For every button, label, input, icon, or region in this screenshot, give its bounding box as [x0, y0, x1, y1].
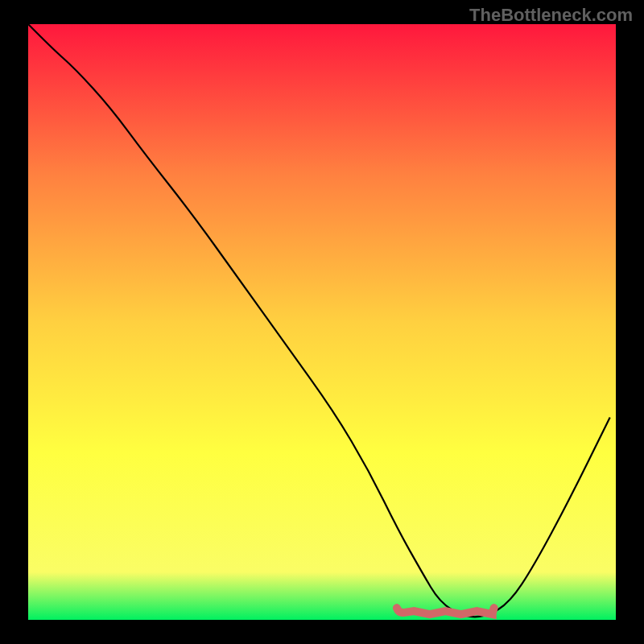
plot-area — [28, 24, 616, 620]
chart-container: TheBottleneck.com — [0, 0, 644, 644]
flat-region-marker — [397, 608, 494, 614]
gradient-background — [28, 24, 616, 620]
watermark-text: TheBottleneck.com — [469, 5, 633, 26]
chart-svg — [28, 24, 616, 620]
